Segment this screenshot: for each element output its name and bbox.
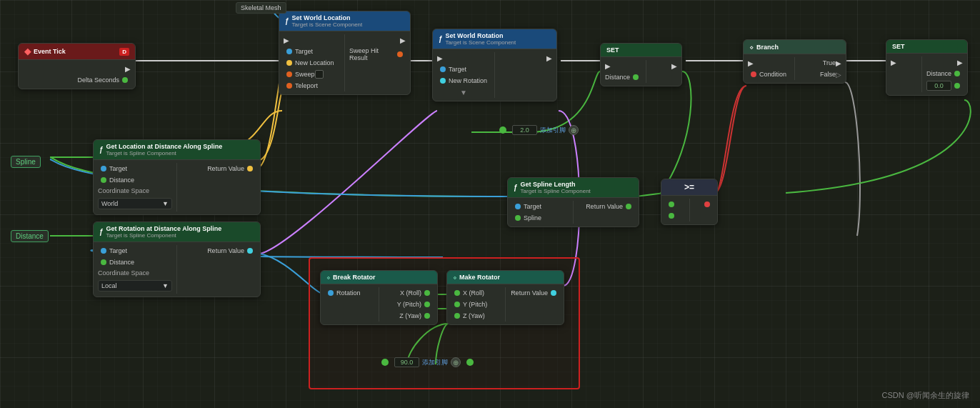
exec-arrow: ▶ <box>125 65 131 73</box>
grs-returnval-label: Return Value <box>207 247 244 254</box>
br-roll-pin[interactable] <box>424 290 430 296</box>
swr-newrot-pin[interactable] <box>440 78 446 84</box>
get-rotation-title: Get Rotation at Distance Along Spline <box>106 225 222 232</box>
get-location-header: ƒ Get Location at Distance Along Spline … <box>94 140 260 160</box>
event-tick-node: ◆ Event Tick D ▶ Delta Seconds <box>18 43 136 89</box>
set-exec-in: ▶ <box>601 60 646 71</box>
swl-newloc-pin[interactable] <box>286 60 292 66</box>
swr-target-pin[interactable] <box>440 66 446 72</box>
distance-add-pin-area: 2.0 添加引脚 ⊕ <box>496 125 579 135</box>
swr-newrot-in: New Rotation <box>433 75 494 86</box>
br-pitch-label: Y (Pitch) <box>397 301 421 308</box>
swl-target-pin[interactable] <box>286 49 292 54</box>
branch-header: ⬦ Branch <box>744 40 846 54</box>
set2-value-field[interactable]: 0.0 <box>926 81 951 91</box>
get-spline-length-node: ƒ Get Spline Length Target is Spline Com… <box>507 177 639 227</box>
set-distance-pin[interactable] <box>633 74 639 80</box>
br-pitch-pin[interactable] <box>424 302 430 307</box>
branch-condition-pin[interactable] <box>751 71 756 77</box>
bottom-val-pin-right[interactable] <box>466 359 474 366</box>
grs-distance-pin[interactable] <box>101 259 106 265</box>
grs-target-pin[interactable] <box>101 248 106 254</box>
gte-a-pin[interactable] <box>669 201 674 207</box>
swr-expand[interactable]: ▼ <box>433 86 494 98</box>
set2-exec-out: ▶ <box>922 56 967 68</box>
br-yaw-pin[interactable] <box>424 313 430 319</box>
event-tick-title: Event Tick <box>34 48 66 55</box>
mr-yaw-pin[interactable] <box>454 313 460 319</box>
set-world-rotation-node: ƒ Set World Rotation Target is Scene Com… <box>432 29 557 101</box>
br-rotation-label: Rotation <box>336 289 361 297</box>
branch-true-label: True <box>823 59 836 66</box>
bottom-add-pin-button[interactable]: ⊕ <box>451 357 461 367</box>
br-yaw-out: Z (Yaw) <box>379 310 437 322</box>
gte-result-pin[interactable] <box>704 201 710 207</box>
break-rotator-header: ⬦ Break Rotator <box>321 271 437 284</box>
gsl-spline-label: Spline <box>524 214 541 222</box>
gls-target-pin[interactable] <box>101 166 106 171</box>
get-spline-length-subtitle: Target is Spline Component <box>521 188 591 194</box>
set2-val-pin[interactable] <box>954 83 960 89</box>
add-pin-button[interactable]: ⊕ <box>569 125 579 135</box>
gsl-returnval-pin[interactable] <box>626 204 631 209</box>
get-location-title: Get Location at Distance Along Spline <box>106 143 223 150</box>
distance-value-input[interactable]: 2.0 <box>512 125 537 135</box>
mr-returnval-pin[interactable] <box>551 290 556 296</box>
break-rotator-title: Break Rotator <box>333 274 376 281</box>
set2-title: SET <box>892 43 905 50</box>
set-world-location-node: ƒ Set World Location Target is Scene Com… <box>279 11 411 95</box>
branch-false-label: False <box>820 71 836 78</box>
set-world-rotation-subtitle: Target is Scene Component <box>446 39 516 46</box>
br-rotation-pin[interactable] <box>328 290 334 296</box>
grs-target-in: Target <box>94 245 176 257</box>
distance-val-pin[interactable] <box>499 126 506 134</box>
gsl-returnval-out: Return Value <box>574 201 639 212</box>
grs-returnval-pin[interactable] <box>247 248 253 254</box>
gte-b-in <box>661 210 689 222</box>
gls-target-in: Target <box>94 163 176 174</box>
compare-header: >= <box>661 179 717 196</box>
swl-sweep-pin[interactable] <box>286 71 292 77</box>
gte-result-out <box>690 199 718 210</box>
branch-true-out: True ▶ <box>795 57 846 69</box>
swl-newloc-label: New Location <box>295 59 334 66</box>
mr-pitch-pin[interactable] <box>454 302 460 307</box>
distance-input-node: Distance <box>11 230 49 242</box>
event-tick-delta-out: Delta Seconds <box>19 74 135 86</box>
gsl-spline-pin[interactable] <box>515 215 521 221</box>
branch-condition-label: Condition <box>759 71 786 78</box>
set2-distance-pin[interactable] <box>954 71 960 76</box>
gls-distance-pin[interactable] <box>101 177 106 183</box>
swl-sweephit-pin[interactable] <box>397 51 403 57</box>
swl-sweep-checkbox[interactable] <box>315 70 324 79</box>
swl-exec-out: ▶ <box>345 34 410 46</box>
bottom-value-input[interactable]: 90.0 <box>394 357 419 367</box>
branch-node: ⬦ Branch ▶ Condition True ▶ False ▷ <box>743 39 846 84</box>
set-world-rotation-header: ƒ Set World Rotation Target is Scene Com… <box>433 29 556 49</box>
gls-returnval-pin[interactable] <box>247 166 253 171</box>
swl-teleport-pin[interactable] <box>286 83 292 89</box>
gsl-target-in: Target <box>508 201 573 212</box>
gte-b-pin[interactable] <box>669 213 674 219</box>
get-spline-length-header: ƒ Get Spline Length Target is Spline Com… <box>508 178 639 198</box>
gsl-target-label: Target <box>524 203 541 210</box>
get-rotation-spline-node: ƒ Get Rotation at Distance Along Spline … <box>93 222 261 297</box>
mr-yaw-in: Z (Yaw) <box>447 310 505 322</box>
set2-exec-in: ▶ <box>886 56 921 68</box>
gsl-target-pin[interactable] <box>515 204 521 209</box>
br-rotation-in: Rotation <box>321 287 379 299</box>
swl-teleport-in: Teleport <box>279 80 344 91</box>
gls-coordinate-dropdown[interactable]: World ▼ <box>98 198 172 209</box>
grs-distance-in: Distance <box>94 257 176 268</box>
delta-seconds-pin[interactable] <box>122 77 128 83</box>
gsl-returnval-label: Return Value <box>586 203 623 210</box>
mr-roll-pin[interactable] <box>454 290 460 296</box>
spline-label: Spline <box>16 158 36 166</box>
get-location-subtitle: Target is Spline Component <box>106 150 223 156</box>
bottom-val-pin-left[interactable] <box>381 359 389 366</box>
mr-returnval-out: Return Value <box>506 287 564 299</box>
br-roll-out: X (Roll) <box>379 287 437 299</box>
swr-target-in: Target <box>433 64 494 75</box>
grs-coordinate-dropdown[interactable]: Local ▼ <box>98 280 172 292</box>
set-exec-out: ▶ <box>646 60 681 71</box>
